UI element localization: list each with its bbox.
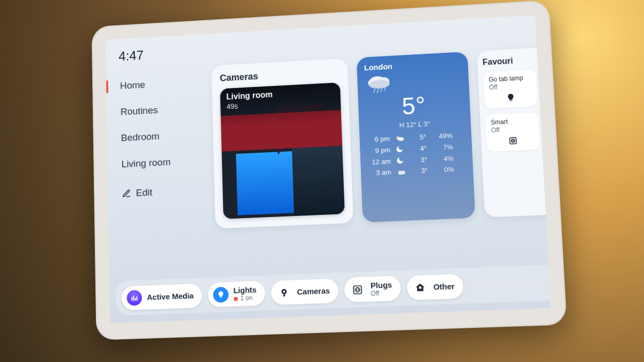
weather-hour-temp: 3° [412, 155, 427, 164]
chip-active-media[interactable]: Active Media [121, 283, 202, 310]
weather-hour-row: 9 pm 4° 7% [367, 142, 465, 155]
cameras-card: Cameras Living room 49s [212, 58, 354, 228]
camera-thumbnail [220, 82, 345, 219]
weather-hour-temp: 5° [411, 133, 426, 141]
svg-line-4 [374, 88, 375, 92]
weather-hourly-list: 6 pm 5° 49% 9 pm 4° 7% [367, 131, 466, 177]
moon-icon [396, 156, 408, 165]
sidebar-nav: Home Routines Bedroom Living room Edit [113, 70, 211, 200]
bottom-chip-bar: Active Media Lights 1 on Cameras [116, 264, 551, 315]
bulb-icon [213, 286, 228, 302]
svg-line-7 [384, 88, 386, 91]
favourite-tile-smart-plug[interactable]: Smart Off [485, 112, 540, 152]
weather-hour-temp: 3° [413, 167, 428, 175]
bulb-icon [489, 92, 532, 104]
svg-rect-16 [133, 296, 134, 300]
plug-icon [492, 135, 535, 147]
camera-feed-age: 49s [227, 102, 238, 111]
svg-point-23 [355, 287, 360, 292]
moon-icon [395, 144, 407, 153]
favourite-tile-name: Smart [491, 118, 508, 126]
chip-status: 1 on [233, 294, 257, 302]
weather-hour-time: 3 am [368, 168, 391, 177]
camera-icon [276, 284, 292, 300]
weather-temperature: 5° [365, 90, 463, 122]
weather-hour-precip: 7% [432, 143, 453, 152]
equalizer-icon [127, 289, 142, 306]
favourite-tile-state: Off [489, 82, 531, 91]
chip-other[interactable]: Other [407, 273, 464, 300]
weather-hour-row: 12 am 3° 4% [368, 153, 465, 166]
chip-label: Plugs [370, 280, 392, 290]
favourites-card-title: Favouri [482, 55, 535, 67]
cloud-moon-icon [396, 168, 408, 176]
svg-rect-11 [510, 137, 516, 144]
chip-cameras[interactable]: Cameras [271, 278, 339, 305]
sidebar-item-living-room[interactable]: Living room [114, 149, 210, 177]
cards-row: Cameras Living room 49s London [212, 47, 551, 228]
svg-rect-17 [135, 298, 136, 300]
device-frame: 4:47 Home Routines Bedroom Living room E… [92, 0, 567, 340]
cameras-card-title: Cameras [220, 67, 340, 84]
pencil-icon [122, 189, 131, 198]
sidebar-item-bedroom[interactable]: Bedroom [114, 122, 209, 150]
chip-plugs[interactable]: Plugs Off [344, 276, 401, 302]
weather-hour-precip: 49% [431, 132, 453, 140]
clock: 4:47 [118, 48, 144, 64]
chip-label: Lights [233, 285, 257, 295]
weather-hour-precip: 4% [432, 154, 454, 163]
sidebar-item-routines[interactable]: Routines [114, 96, 209, 124]
weather-hour-precip: 0% [433, 165, 454, 174]
chip-status: Off [371, 289, 393, 297]
weather-hour-time: 12 am [368, 157, 391, 166]
chip-label: Other [433, 282, 455, 292]
plug-icon [349, 281, 366, 298]
sidebar-item-home[interactable]: Home [113, 70, 208, 98]
sidebar-edit-label: Edit [136, 187, 152, 199]
weather-hour-row: 6 pm 5° 49% [367, 131, 464, 143]
cloud-sun-icon [395, 134, 407, 142]
svg-rect-21 [283, 294, 285, 296]
favourites-card: Favouri Go tab lamp Off Smart Off [477, 48, 549, 218]
camera-feed-living-room[interactable]: Living room 49s [220, 82, 345, 219]
chip-lights[interactable]: Lights 1 on [207, 281, 265, 307]
weather-card[interactable]: London [357, 52, 475, 223]
smart-display-screen: 4:47 Home Routines Bedroom Living room E… [105, 15, 551, 323]
chip-label: Active Media [147, 291, 193, 301]
svg-rect-15 [131, 297, 132, 301]
house-icon [412, 279, 428, 296]
weather-hour-time: 9 pm [367, 146, 390, 154]
favourite-tile-lamp[interactable]: Go tab lamp Off [483, 69, 538, 109]
svg-rect-18 [136, 296, 137, 300]
chip-label: Cameras [297, 286, 330, 296]
sidebar-edit-button[interactable]: Edit [115, 175, 211, 200]
weather-hour-temp: 4° [412, 144, 427, 152]
weather-hour-row: 3 am 3° 0% [368, 165, 466, 177]
favourite-tile-state: Off [491, 125, 534, 134]
svg-rect-22 [354, 285, 362, 294]
weather-hour-time: 6 pm [367, 135, 390, 143]
